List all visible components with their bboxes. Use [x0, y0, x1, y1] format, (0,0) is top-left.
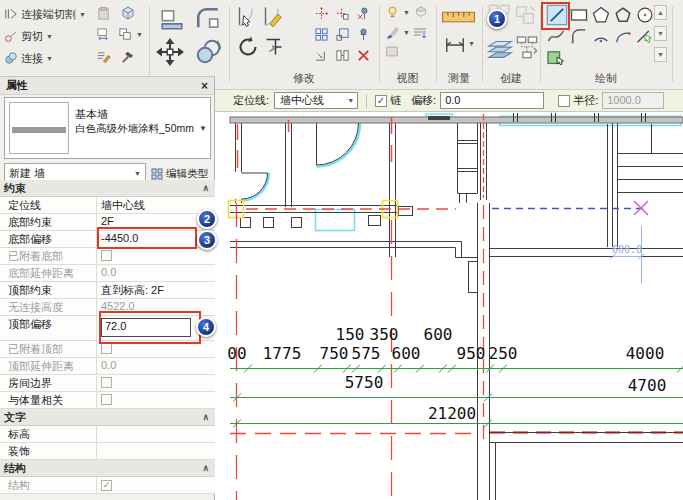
modify-edit-icon[interactable]	[260, 4, 282, 30]
rotate-icon[interactable]	[192, 36, 224, 68]
annotation-box-base-offset	[97, 227, 197, 249]
pin-icon[interactable]	[356, 27, 371, 42]
split-icon[interactable]	[335, 48, 350, 63]
light-bulb-icon[interactable]	[385, 5, 400, 20]
gallery-scroll-down-icon[interactable]: ▼	[654, 26, 667, 41]
pick-lines-icon[interactable]	[635, 26, 655, 46]
location-line-value-cell[interactable]: 墙中心线	[96, 197, 215, 213]
cope-icon[interactable]	[194, 6, 222, 32]
geometry-panel-right	[150, 0, 228, 88]
gallery-scroll-up-icon[interactable]: ▲	[654, 5, 667, 20]
top-constraint-value-cell[interactable]: 直到标高: 2F	[96, 282, 215, 298]
thin-lines-icon[interactable]	[412, 25, 428, 41]
dropdown-caret-icon[interactable]: ▼	[136, 31, 143, 38]
chevron-down-icon[interactable]: ▼	[199, 124, 207, 133]
draw-panel-label[interactable]: 绘制	[541, 71, 671, 86]
load-group-icon[interactable]	[513, 4, 537, 26]
location-line-dropdown[interactable]: 墙中心线 ▼	[274, 92, 358, 109]
base-attached-cell	[96, 248, 215, 264]
property-row: 房间边界	[0, 375, 215, 392]
dropdown-caret-icon[interactable]: ▼	[46, 33, 53, 40]
model-box-icon[interactable]	[120, 5, 136, 21]
paste-icon[interactable]	[96, 6, 111, 21]
delete-icon[interactable]	[356, 48, 371, 63]
align-icon[interactable]	[262, 34, 286, 60]
measure-aligned-icon[interactable]	[444, 33, 466, 57]
cut-button[interactable]: 剪切 ▼	[4, 26, 53, 46]
type-selector[interactable]: 基本墙 白色高级外墙涂料_50mm ▼	[4, 97, 211, 159]
section-header-constraints[interactable]: 约束∧	[0, 180, 215, 197]
flow-diagram-icon[interactable]	[516, 34, 538, 62]
draw-polygon-circumscribed-icon[interactable]	[613, 4, 633, 26]
measure-ruler-icon[interactable]	[441, 8, 476, 25]
crop-box-icon[interactable]	[414, 5, 428, 19]
modify-select-icon[interactable]	[234, 4, 256, 30]
annotation-box-line-tool	[541, 2, 570, 30]
hammer-icon[interactable]	[120, 49, 135, 64]
property-label: 顶部偏移	[0, 316, 96, 340]
section-header-structure[interactable]: 结构∧	[0, 460, 215, 477]
draw-polygon-inscribed-icon[interactable]	[591, 4, 611, 26]
dropdown-caret-icon[interactable]: ▼	[79, 11, 86, 18]
paintbrush-icon[interactable]	[385, 25, 400, 40]
dropdown-caret-icon[interactable]: ▼	[403, 29, 410, 36]
property-label: 已附着顶部	[0, 341, 96, 357]
property-label: 顶部约束	[0, 282, 96, 298]
hidden-box-icon[interactable]	[385, 45, 399, 58]
dropdown-caret-icon[interactable]: ▼	[468, 40, 475, 47]
close-icon[interactable]: ×	[201, 79, 208, 93]
unpin-icon[interactable]	[356, 6, 371, 21]
draw-fillet-arc-icon[interactable]	[569, 26, 589, 46]
stacked-planes-icon[interactable]	[485, 32, 515, 64]
join-button[interactable]: 连接 ▼	[4, 48, 53, 68]
measure-panel-label[interactable]: 测量	[437, 71, 481, 86]
property-row: 已附着底部	[0, 248, 215, 265]
copy-group-icon[interactable]	[118, 27, 133, 42]
dimension-text: 1775	[263, 344, 302, 363]
geometry-panel-left: 连接端切割 ▼ 剪切 ▼ ▼ 连接 ▼	[0, 0, 148, 88]
draw-tangent-arc-icon[interactable]	[613, 26, 633, 46]
edit-list-icon[interactable]	[96, 49, 111, 64]
property-label: 已附着底部	[0, 248, 96, 264]
draw-circle-icon[interactable]	[635, 4, 655, 26]
collapse-icon[interactable]: ∧	[202, 183, 209, 193]
move-cross-icon[interactable]	[314, 6, 329, 21]
collapse-icon[interactable]: ∧	[202, 463, 209, 473]
pick-face-icon[interactable]	[546, 48, 568, 66]
finish-value-cell[interactable]	[96, 443, 215, 459]
offset-input[interactable]: 0.0	[440, 92, 544, 109]
radius-checkbox[interactable]	[558, 95, 570, 107]
spacing-icon[interactable]	[96, 27, 111, 42]
checkbox[interactable]	[101, 377, 112, 388]
collapse-icon[interactable]: ∧	[202, 412, 209, 422]
wall-top-bottom-icon[interactable]	[158, 6, 186, 32]
move-icon[interactable]	[154, 36, 186, 68]
room-bounding-cell[interactable]	[96, 375, 215, 391]
dropdown-caret-icon[interactable]: ▼	[403, 9, 410, 16]
radius-input[interactable]: 1000.0	[602, 92, 664, 109]
section-header-text[interactable]: 文字∧	[0, 409, 215, 426]
mass-related-cell[interactable]	[96, 392, 215, 408]
trim-icon[interactable]	[314, 48, 329, 63]
join-end-cut-button[interactable]: 连接端切割 ▼	[4, 4, 86, 24]
mark-value-cell[interactable]	[96, 426, 215, 442]
draw-rectangle-icon[interactable]	[569, 4, 589, 26]
rotate-arrow-icon[interactable]	[236, 34, 260, 60]
gallery-expand-icon[interactable]: ▼	[654, 47, 667, 62]
drawing-canvas[interactable]: 150 350 600 00 1775 750 575 600 950 250 …	[215, 112, 683, 500]
temp-dimension-text: 600.0	[612, 244, 642, 255]
view-panel-label[interactable]: 视图	[380, 71, 435, 86]
edit-type-grid-icon	[151, 168, 163, 180]
scale-icon[interactable]	[335, 27, 350, 42]
draw-arc-center-icon[interactable]	[591, 26, 611, 46]
checkbox	[101, 343, 112, 354]
modify-panel-label[interactable]: 修改	[230, 71, 378, 86]
create-panel-label[interactable]: 创建	[483, 71, 539, 86]
array-grid-icon[interactable]	[314, 27, 329, 42]
checkbox-checked: ✓	[101, 480, 112, 491]
copy-cross-icon[interactable]	[335, 6, 350, 21]
chain-checkbox[interactable]: ✓	[375, 95, 387, 107]
checkbox[interactable]	[101, 394, 112, 405]
join-label: 连接	[21, 51, 43, 66]
dropdown-caret-icon[interactable]: ▼	[46, 55, 53, 62]
